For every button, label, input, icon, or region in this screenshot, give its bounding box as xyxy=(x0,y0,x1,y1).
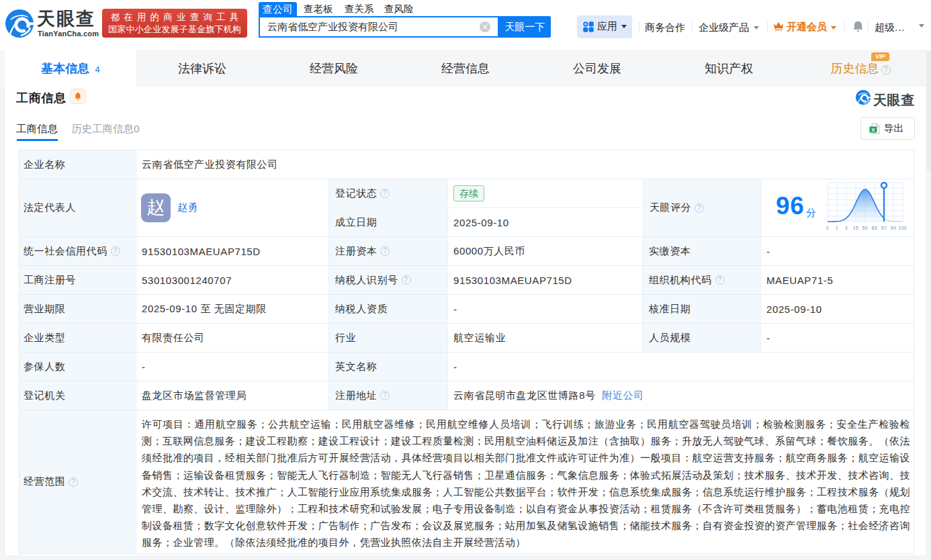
svg-text:50: 50 xyxy=(862,226,868,230)
svg-text:15: 15 xyxy=(853,226,858,230)
svg-text:100: 100 xyxy=(899,226,907,230)
svg-text:3: 3 xyxy=(845,226,848,230)
svg-text:85: 85 xyxy=(872,226,877,230)
svg-text:0: 0 xyxy=(826,226,829,230)
svg-text:97: 97 xyxy=(881,226,887,230)
svg-text:X: X xyxy=(871,127,875,133)
svg-text:99: 99 xyxy=(891,226,896,230)
svg-text:1: 1 xyxy=(836,226,838,230)
